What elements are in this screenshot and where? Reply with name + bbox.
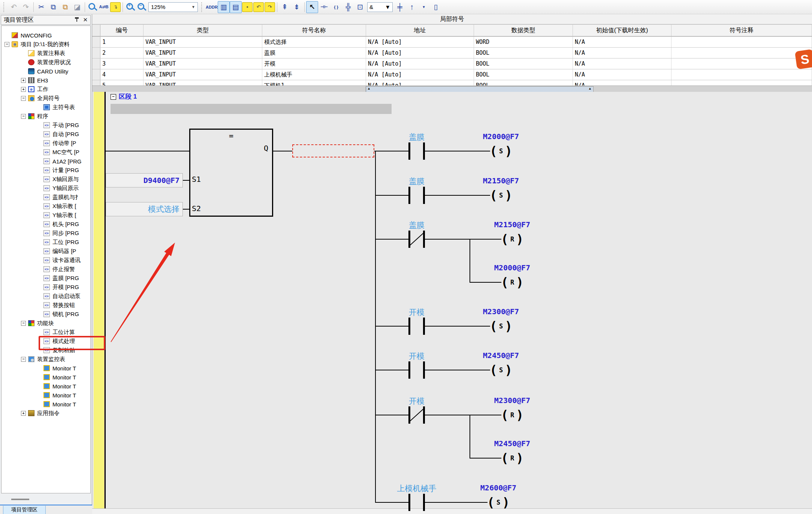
sidebar-item[interactable]: <>自动启动泵: [43, 292, 90, 301]
sidebar-item[interactable]: <>开模 [PRG: [43, 283, 90, 292]
table-cell[interactable]: 3: [100, 58, 144, 69]
coil-operand-label[interactable]: M2000@F7: [456, 132, 546, 142]
contact-bar[interactable]: [423, 361, 425, 379]
table-cell[interactable]: 开模: [262, 58, 366, 69]
coil-operand-label[interactable]: M2000@F7: [467, 263, 557, 273]
sidebar-item[interactable]: <>工位计算: [43, 328, 90, 337]
sidebar-item[interactable]: +EH3: [21, 76, 90, 85]
sidebar-item[interactable]: 装置注释表: [21, 49, 90, 58]
table-cell[interactable]: 下模机1: [262, 80, 366, 85]
table-cell[interactable]: 4: [100, 69, 144, 80]
sidebar-item[interactable]: −程序: [21, 112, 90, 121]
coil[interactable]: (S): [490, 189, 512, 202]
pin-icon[interactable]: [75, 17, 79, 22]
parallel-contact-tool-icon[interactable]: ╬: [342, 1, 354, 13]
contact-label[interactable]: 盖膜: [381, 132, 452, 142]
tab-project-manager[interactable]: 项目管理区: [3, 506, 46, 514]
chevron-down-icon[interactable]: ▼: [385, 4, 390, 10]
zoom-level-combo[interactable]: 125%▼: [148, 2, 198, 12]
comment-view-icon[interactable]: ▤: [230, 1, 242, 13]
coil-operand-label[interactable]: M2600@F7: [453, 483, 543, 493]
sidebar-item[interactable]: +⊕工作: [21, 85, 90, 94]
table-cell[interactable]: N/A [Auto]: [366, 69, 474, 80]
table-cell[interactable]: [671, 80, 812, 85]
sidebar-item[interactable]: CARD Utility: [21, 67, 90, 76]
table-cell[interactable]: 盖膜: [262, 48, 366, 58]
goto-icon[interactable]: ↴: [110, 2, 121, 12]
cut-icon[interactable]: ✂: [35, 1, 47, 13]
table-cell[interactable]: VAR_INPUT: [144, 58, 262, 69]
table-cell[interactable]: VAR_INPUT: [144, 80, 262, 85]
row-selector[interactable]: [92, 80, 100, 85]
column-header[interactable]: 数据类型: [474, 25, 573, 36]
table-cell[interactable]: BOOL: [474, 48, 573, 58]
block-s2-operand[interactable]: 模式选择: [106, 202, 183, 216]
contact-label[interactable]: 上模机械手: [381, 483, 452, 493]
sidebar-item[interactable]: −装置监控表: [21, 355, 90, 364]
symbol-table-view-icon[interactable]: ▥: [218, 1, 230, 13]
block-s1-operand[interactable]: D9400@F7: [106, 173, 183, 187]
section-label[interactable]: 区段 1: [119, 92, 137, 101]
bookmark-icon[interactable]: ▪: [242, 2, 253, 12]
zoom-in-icon[interactable]: +: [124, 1, 136, 13]
coil-tool-icon[interactable]: { }: [330, 1, 342, 13]
find-replace-icon[interactable]: A⇄B: [98, 1, 110, 13]
sidebar-item[interactable]: <>X轴示教 [: [43, 202, 90, 211]
sidebar-item[interactable]: <>手动 [PRG: [43, 121, 90, 130]
table-cell[interactable]: N/A [Auto]: [366, 37, 474, 47]
sidebar-item[interactable]: <>盖膜 [PRG: [43, 274, 90, 283]
sidebar-item[interactable]: −⊕项目 [D:\1-我的资料: [4, 40, 90, 49]
table-cell[interactable]: 1: [100, 37, 144, 47]
sidebar-item[interactable]: Monitor T: [43, 373, 90, 382]
coil[interactable]: (R): [501, 276, 523, 289]
contact-label[interactable]: 盖膜: [381, 220, 452, 230]
table-row[interactable]: 4VAR_INPUT上模机械手N/A [Auto]BOOLN/A: [92, 69, 812, 80]
close-icon[interactable]: ✕: [83, 17, 88, 22]
eraser-icon[interactable]: ◪: [71, 1, 83, 13]
row-selector[interactable]: [92, 37, 100, 47]
tree-expander-icon[interactable]: −: [21, 321, 26, 326]
sidebar-item[interactable]: Monitor T: [43, 400, 90, 409]
table-cell[interactable]: BOOL: [474, 80, 573, 85]
contact-tool-icon[interactable]: ⊣⊢: [318, 1, 330, 13]
sidebar-item[interactable]: <>机头 [PRG: [43, 220, 90, 229]
select-tool-icon[interactable]: ↖: [306, 1, 318, 13]
table-cell[interactable]: VAR_INPUT: [144, 69, 262, 80]
sidebar-item[interactable]: 主符号表: [43, 103, 90, 112]
tree-expander-icon[interactable]: +: [21, 87, 26, 92]
sidebar-item[interactable]: <>计量 [PRG: [43, 166, 90, 175]
table-row[interactable]: 2VAR_INPUT盖膜N/A [Auto]BOOLN/A: [92, 48, 812, 58]
sidebar-item[interactable]: Monitor T: [43, 391, 90, 400]
table-cell[interactable]: [671, 58, 812, 69]
insert-network-below-icon[interactable]: ⇟: [291, 1, 303, 13]
network-frame-icon[interactable]: ▯: [430, 1, 442, 13]
sidebar-item[interactable]: <>盖膜机与扌: [43, 193, 90, 202]
compare-function-block[interactable]: = Q S1 S2: [189, 129, 273, 217]
table-cell[interactable]: 5: [100, 80, 144, 85]
table-cell[interactable]: 2: [100, 48, 144, 58]
table-cell[interactable]: [671, 37, 812, 47]
table-cell[interactable]: 上模机械手: [262, 69, 366, 80]
zoom-out-icon[interactable]: −: [136, 1, 147, 13]
network-comment-bar[interactable]: [111, 104, 392, 114]
table-cell[interactable]: BOOL: [474, 69, 573, 80]
contact-bar[interactable]: [408, 142, 410, 160]
coil[interactable]: (S): [490, 319, 512, 333]
chevron-down-icon[interactable]: ▼: [191, 5, 195, 9]
sidebar-item[interactable]: <>锁机 [PRG: [43, 310, 90, 319]
sidebar-item[interactable]: <>同步 [PRG: [43, 229, 90, 238]
coil[interactable]: (S): [487, 496, 509, 509]
tool-dropdown-icon[interactable]: ▾: [418, 1, 430, 13]
column-header[interactable]: 符号注释: [671, 25, 812, 36]
column-header[interactable]: 初始值(下载时生效): [573, 25, 671, 36]
sidebar-item[interactable]: NWCONFIG: [4, 31, 90, 40]
coil-operand-label[interactable]: M2150@F7: [456, 176, 546, 186]
column-header[interactable]: 类型: [144, 25, 262, 36]
table-cell[interactable]: N/A: [573, 37, 671, 47]
redo-icon[interactable]: ↷: [20, 1, 32, 13]
table-cell[interactable]: VAR_INPUT: [144, 48, 262, 58]
sidebar-item[interactable]: <>Y轴回原示: [43, 184, 90, 193]
coil-operand-label[interactable]: M2300@F7: [467, 396, 557, 406]
sidebar-item[interactable]: <>Y轴示教 [: [43, 211, 90, 220]
table-cell[interactable]: N/A [Auto]: [366, 58, 474, 69]
